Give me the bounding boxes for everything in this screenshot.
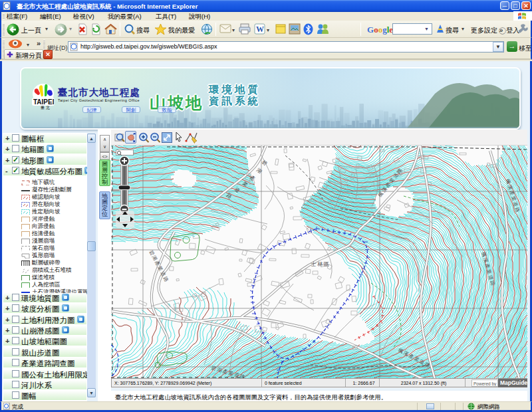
svg-text:W: W xyxy=(256,25,264,34)
svg-text:TAIPEI: TAIPEI xyxy=(33,98,55,106)
svg-text:士林區: 士林區 xyxy=(311,261,331,267)
svg-text:臺 北: 臺 北 xyxy=(41,105,50,110)
